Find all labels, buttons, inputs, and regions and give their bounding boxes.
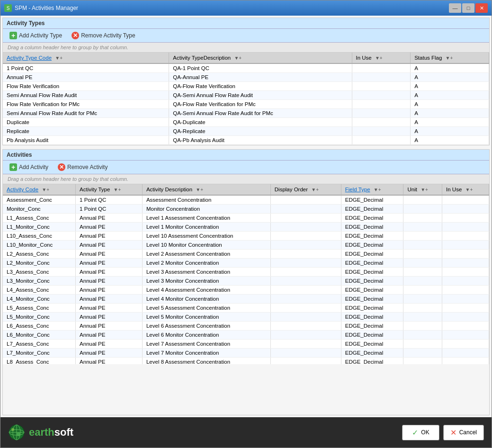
desc-filter-icon[interactable]: ▼+ — [234, 55, 242, 61]
at-status-cell: A — [411, 91, 489, 100]
act-type-cell: Annual PE — [76, 223, 143, 232]
act-order-cell — [270, 268, 341, 277]
act-order-cell — [270, 277, 341, 286]
act-code-cell: L3_Monitor_Conc — [3, 277, 76, 286]
act-inuse-cell — [442, 195, 489, 205]
activity-types-table: Activity Type Code ▼+ Activity TypeDescr… — [3, 53, 489, 145]
activities-table: Activity Code ▼+ Activity Type ▼+ Activi… — [3, 184, 489, 364]
at-desc-cell: QA-Flow Rate Verification for PMc — [169, 100, 352, 109]
maximize-button[interactable]: □ — [462, 3, 474, 13]
table-row[interactable]: L8_Assess_Conc Annual PE Level 8 Assessm… — [3, 358, 489, 365]
actinuse-filter-icon[interactable]: ▼+ — [465, 187, 473, 192]
table-row[interactable]: L10_Assess_Conc Annual PE Level 10 Asses… — [3, 232, 489, 241]
disporder-filter-icon[interactable]: ▼+ — [311, 187, 319, 192]
act-fieldtype-cell: EDGE_Decimal — [341, 358, 403, 365]
table-row[interactable]: L2_Monitor_Conc Annual PE Level 2 Monito… — [3, 259, 489, 268]
act-order-cell — [270, 232, 341, 241]
table-row[interactable]: L7_Assess_Conc Annual PE Level 7 Assessm… — [3, 340, 489, 349]
table-row[interactable]: L1_Monitor_Conc Annual PE Level 1 Monito… — [3, 223, 489, 232]
table-row[interactable]: L1_Assess_Conc Annual PE Level 1 Assessm… — [3, 214, 489, 223]
table-row[interactable]: Assessment_Conc 1 Point QC Assessment Co… — [3, 195, 489, 205]
act-desc-cell: Level 7 Monitor Concentration — [142, 349, 270, 358]
table-row[interactable]: L6_Monitor_Conc Annual PE Level 6 Monito… — [3, 331, 489, 340]
activities-grid[interactable]: Activity Code ▼+ Activity Type ▼+ Activi… — [3, 184, 489, 364]
act-fieldtype-cell: EDGE_Decimal — [341, 340, 403, 349]
act-desc-cell: Level 2 Assessment Concentration — [142, 250, 270, 259]
activity-types-header-row: Activity Type Code ▼+ Activity TypeDescr… — [3, 53, 489, 63]
actcode-filter-icon[interactable]: ▼+ — [42, 187, 49, 192]
col-activity-description: Activity Description ▼+ — [142, 184, 270, 195]
table-row[interactable]: L3_Monitor_Conc Annual PE Level 3 Monito… — [3, 277, 489, 286]
table-row[interactable]: Semi Annual Flow Rate Audit QA-Semi Annu… — [3, 91, 489, 100]
col-fieldtype-label[interactable]: Field Type — [345, 187, 370, 192]
inuse-filter-icon[interactable]: ▼+ — [375, 55, 383, 61]
act-order-cell — [270, 304, 341, 313]
act-inuse-cell — [442, 322, 489, 331]
table-row[interactable]: Replicate QA-Replicate A — [3, 127, 489, 136]
fieldtype-filter-icon[interactable]: ▼+ — [374, 187, 381, 192]
table-row[interactable]: Pb Analysis Audit QA-Pb Analysis Audit A — [3, 136, 489, 145]
act-unit-cell — [403, 205, 442, 214]
act-type-cell: Annual PE — [76, 241, 143, 250]
remove-activity-button[interactable]: ✕ Remove Activity — [55, 162, 110, 172]
col-activity-code[interactable]: Activity Code ▼+ — [3, 184, 76, 195]
at-desc-cell: QA-Semi Annual Flow Rate Audit — [169, 91, 352, 100]
col-field-type[interactable]: Field Type ▼+ — [341, 184, 403, 195]
act-fieldtype-cell: EDGE_Decimal — [341, 223, 403, 232]
act-inuse-cell — [442, 286, 489, 295]
table-row[interactable]: Flow Rate Verification for PMc QA-Flow R… — [3, 100, 489, 109]
col-activity-type-code[interactable]: Activity Type Code ▼+ — [3, 53, 169, 63]
col-code-label[interactable]: Activity Type Code — [7, 55, 52, 61]
act-type-cell: 1 Point QC — [76, 205, 143, 214]
table-row[interactable]: L4_Monitor_Conc Annual PE Level 4 Monito… — [3, 295, 489, 304]
earthsoft-logo-icon — [8, 424, 25, 441]
act-type-cell: Annual PE — [76, 214, 143, 223]
act-desc-cell: Level 6 Monitor Concentration — [142, 331, 270, 340]
remove-activity-type-button[interactable]: ✕ Remove Activity Type — [69, 31, 138, 40]
act-desc-cell: Level 1 Monitor Concentration — [142, 223, 270, 232]
app-icon: S — [4, 4, 12, 12]
actdesc-filter-icon[interactable]: ▼+ — [196, 187, 203, 192]
at-desc-cell: QA-Replicate — [169, 127, 352, 136]
cancel-button[interactable]: ✕ Cancel — [443, 425, 484, 440]
close-button[interactable]: ✕ — [475, 3, 488, 13]
act-fieldtype-cell: EDGE_Decimal — [341, 286, 403, 295]
unit-filter-icon[interactable]: ▼+ — [420, 187, 428, 192]
table-row[interactable]: 1 Point QC QA-1 Point QC A — [3, 63, 489, 73]
table-row[interactable]: L4_Assess_Conc Annual PE Level 4 Assessm… — [3, 286, 489, 295]
act-fieldtype-cell: EDGE_Decimal — [341, 205, 403, 214]
table-row[interactable]: Duplicate QA-Duplicate A — [3, 118, 489, 127]
act-fieldtype-cell: EDGE_Decimal — [341, 349, 403, 358]
add-activity-icon: + — [9, 163, 17, 171]
table-row[interactable]: L2_Assess_Conc Annual PE Level 2 Assessm… — [3, 250, 489, 259]
table-row[interactable]: L5_Assess_Conc Annual PE Level 5 Assessm… — [3, 304, 489, 313]
acttype-filter-icon[interactable]: ▼+ — [114, 187, 121, 192]
table-row[interactable]: Semi Annual Flow Rate Audit for PMc QA-S… — [3, 109, 489, 118]
add-activity-button[interactable]: + Add Activity — [7, 162, 51, 172]
ok-button[interactable]: ✓ OK — [402, 425, 439, 440]
svg-point-5 — [11, 428, 14, 431]
act-unit-cell — [403, 268, 442, 277]
table-row[interactable]: L3_Assess_Conc Annual PE Level 3 Assessm… — [3, 268, 489, 277]
act-desc-cell: Level 3 Assessment Concentration — [142, 268, 270, 277]
table-row[interactable]: L7_Monitor_Conc Annual PE Level 7 Monito… — [3, 349, 489, 358]
table-row[interactable]: L5_Monitor_Conc Annual PE Level 5 Monito… — [3, 313, 489, 322]
code-filter-icon[interactable]: ▼+ — [55, 55, 63, 61]
act-order-cell — [270, 322, 341, 331]
table-row[interactable]: L10_Monitor_Conc Annual PE Level 10 Moni… — [3, 241, 489, 250]
minimize-button[interactable]: — — [449, 3, 461, 13]
table-row[interactable]: L6_Assess_Conc Annual PE Level 6 Assessm… — [3, 322, 489, 331]
add-activity-type-button[interactable]: + Add Activity Type — [7, 31, 65, 40]
activity-types-grid[interactable]: Activity Type Code ▼+ Activity TypeDescr… — [3, 53, 489, 145]
col-actcode-label[interactable]: Activity Code — [7, 187, 38, 192]
table-row[interactable]: Monitor_Conc 1 Point QC Monitor Concentr… — [3, 205, 489, 214]
act-code-cell: L2_Monitor_Conc — [3, 259, 76, 268]
act-desc-cell: Level 8 Assessment Concentration — [142, 358, 270, 365]
activity-types-body: 1 Point QC QA-1 Point QC A Annual PE QA-… — [3, 63, 489, 145]
remove-activity-icon: ✕ — [58, 163, 65, 171]
act-unit-cell — [403, 223, 442, 232]
table-row[interactable]: Annual PE QA-Annual PE A — [3, 73, 489, 82]
act-type-cell: Annual PE — [76, 232, 143, 241]
status-filter-icon[interactable]: ▼+ — [446, 55, 453, 61]
table-row[interactable]: Flow Rate Verification QA-Flow Rate Veri… — [3, 82, 489, 91]
